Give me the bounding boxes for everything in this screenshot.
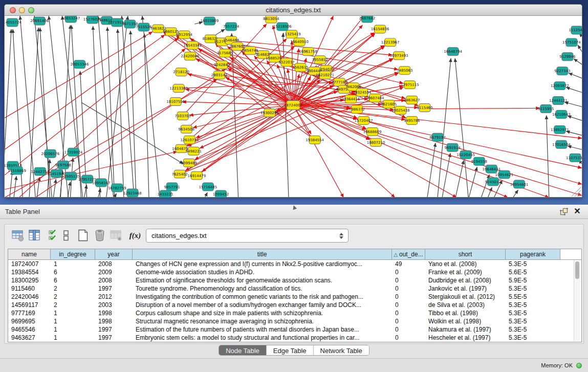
table-cell-short[interactable]: Jankovic et al. (1997) [425, 285, 506, 293]
table-cell-year[interactable]: 1997 [95, 325, 133, 334]
table-cell-name[interactable]: 9463627 [8, 334, 51, 342]
graph-edge[interactable] [10, 171, 12, 197]
table-cell-title[interactable]: Investigating the contribution of common… [133, 293, 392, 301]
graph-edge[interactable] [363, 120, 582, 184]
graph-edge[interactable] [455, 160, 464, 197]
table-row[interactable]: 946362711997Embryonic stem cells: a mode… [8, 334, 574, 342]
table-settings-icon[interactable] [11, 229, 25, 242]
table-cell-indegree[interactable]: 1 [51, 325, 95, 334]
graph-edge[interactable] [438, 58, 451, 197]
table-cell-indegree[interactable]: 1 [51, 317, 95, 325]
column-header-title[interactable]: title [133, 249, 392, 259]
table-scrollbar-thumb[interactable] [575, 261, 579, 279]
table-row[interactable]: 969969511998Structural magnetic resonanc… [8, 317, 574, 325]
tab-network-table[interactable]: Network Table [314, 345, 369, 356]
table-cell-indegree[interactable]: 1 [51, 309, 95, 317]
table-cell-outde[interactable]: 0 [392, 334, 425, 342]
table-cell-name[interactable]: 18724007 [8, 260, 51, 268]
graph-edge[interactable] [205, 192, 207, 197]
table-cell-pagerank[interactable]: 5.3E-5 [506, 309, 560, 317]
graph-edge[interactable] [442, 153, 450, 197]
tab-edge-table[interactable]: Edge Table [267, 345, 314, 356]
table-row[interactable]: 1938455462009Genome-wide association stu… [8, 268, 574, 276]
graph-edge[interactable] [427, 143, 435, 197]
table-cell-name[interactable]: 18300295 [8, 276, 51, 285]
table-cell-title[interactable]: Structural magnetic resonance image aver… [133, 317, 392, 325]
graph-edge[interactable] [118, 29, 124, 197]
table-cell-title[interactable]: Embryonic stem cells: a model to study s… [133, 334, 392, 342]
column-header-year[interactable]: year [95, 249, 133, 259]
table-cell-name[interactable]: 9699695 [8, 317, 51, 325]
graph-edge[interactable] [82, 103, 184, 164]
table-cell-pagerank[interactable]: 5.5E-5 [506, 293, 560, 301]
table-cell-short[interactable]: Tibbo et al. (1998) [425, 309, 506, 317]
table-cell-outde[interactable]: 0 [392, 309, 425, 317]
column-header-short[interactable]: short [425, 249, 506, 259]
column-header-pagerank[interactable]: pagerank [506, 249, 560, 259]
graph-edge[interactable] [182, 102, 293, 105]
table-cell-name[interactable]: 14569117 [8, 301, 51, 309]
table-cell-name[interactable]: 9777169 [8, 309, 51, 317]
table-body[interactable]: 1872400712008Changes of HCN gene express… [8, 260, 574, 342]
network-window[interactable]: citations_edges.txt 18724007746382296601… [4, 4, 582, 198]
table-row[interactable]: 2242004622012Investigating the contribut… [8, 293, 574, 301]
table-cell-title[interactable]: Estimation of the future numbers of pati… [133, 325, 392, 334]
table-cell-year[interactable]: 2008 [95, 260, 133, 268]
graph-edge[interactable] [53, 179, 56, 197]
table-cell-indegree[interactable]: 6 [51, 276, 95, 285]
graph-edge[interactable] [488, 187, 492, 197]
graph-edge[interactable] [293, 105, 456, 197]
close-panel-icon[interactable]: ✕ [573, 206, 582, 216]
graph-edge[interactable] [5, 32, 153, 118]
column-header-indegree[interactable]: in_degree [51, 249, 95, 259]
table-row[interactable]: 1456911722003Disruption of a novel membe… [8, 301, 574, 309]
graph-edge[interactable] [106, 16, 128, 197]
table-cell-short[interactable]: Nakamura et al. (1997) [425, 325, 506, 334]
table-cell-title[interactable]: Disruption of a novel member of a sodium… [133, 301, 392, 309]
graph-edge[interactable] [142, 16, 160, 197]
table-cell-year[interactable]: 1997 [95, 285, 133, 293]
network-canvas[interactable]: 1872400774638229660125891295416543342224… [5, 16, 582, 197]
select-all-icon[interactable] [48, 229, 58, 242]
table-cell-title[interactable]: Genome-wide association studies in ADHD. [133, 268, 392, 276]
graph-edge[interactable] [98, 16, 114, 197]
column-header-outde[interactable]: △out_de... [392, 249, 425, 259]
table-cell-name[interactable]: 22420046 [8, 293, 51, 301]
table-cell-title[interactable]: Corpus callosum shape and size in male p… [133, 309, 392, 317]
table-cell-indegree[interactable]: 2 [51, 301, 95, 309]
citation-graph[interactable]: 1872400774638229660125891295416543342224… [5, 16, 582, 197]
table-cell-short[interactable]: Dudbridge et al. (2008) [425, 276, 506, 285]
table-cell-outde[interactable]: 0 [392, 285, 425, 293]
show-columns-icon[interactable] [28, 229, 41, 242]
table-cell-pagerank[interactable]: 5.9E-5 [506, 276, 560, 285]
table-cell-short[interactable]: Franke et al. (2009) [425, 268, 506, 276]
graph-edge[interactable] [14, 176, 16, 197]
table-cell-outde[interactable]: 49 [392, 260, 425, 268]
table-cell-outde[interactable]: 0 [392, 276, 425, 285]
graph-edge[interactable] [574, 59, 582, 64]
table-cell-pagerank[interactable]: 5.3E-5 [506, 301, 560, 309]
graph-edge[interactable] [5, 35, 165, 149]
graph-edge[interactable] [107, 27, 115, 197]
graph-edge[interactable] [5, 38, 178, 175]
graph-edge[interactable] [431, 108, 540, 108]
table-source-select[interactable]: citations_edges.txt [146, 229, 349, 243]
table-cell-year[interactable]: 2012 [95, 293, 133, 301]
table-cell-short[interactable]: de Silva et al. (2003) [425, 301, 506, 309]
table-cell-pagerank[interactable]: 5.3E-5 [506, 285, 560, 293]
table-cell-short[interactable]: Wolkin et al. (1998) [425, 317, 506, 325]
table-cell-year[interactable]: 1998 [95, 317, 133, 325]
table-cell-outde[interactable]: 0 [392, 317, 425, 325]
table-cell-title[interactable]: Estimation of significance thresholds fo… [133, 276, 392, 285]
graph-edge[interactable] [293, 105, 395, 197]
table-scrollbar[interactable] [574, 260, 580, 341]
table-cell-year[interactable]: 2003 [95, 301, 133, 309]
table-cell-title[interactable]: Tourette syndrome. Phenomenology and cla… [133, 285, 392, 293]
table-row[interactable]: 977716911998Corpus callosum shape and si… [8, 309, 574, 317]
table-cell-year[interactable]: 1998 [95, 309, 133, 317]
table-row[interactable]: 1830029562008Estimation of significance … [8, 276, 574, 285]
table-cell-outde[interactable]: 0 [392, 268, 425, 276]
table-cell-pagerank[interactable]: 5.3E-5 [506, 325, 560, 334]
table-cell-year[interactable]: 1997 [95, 334, 133, 342]
graph-edge[interactable] [578, 45, 582, 52]
